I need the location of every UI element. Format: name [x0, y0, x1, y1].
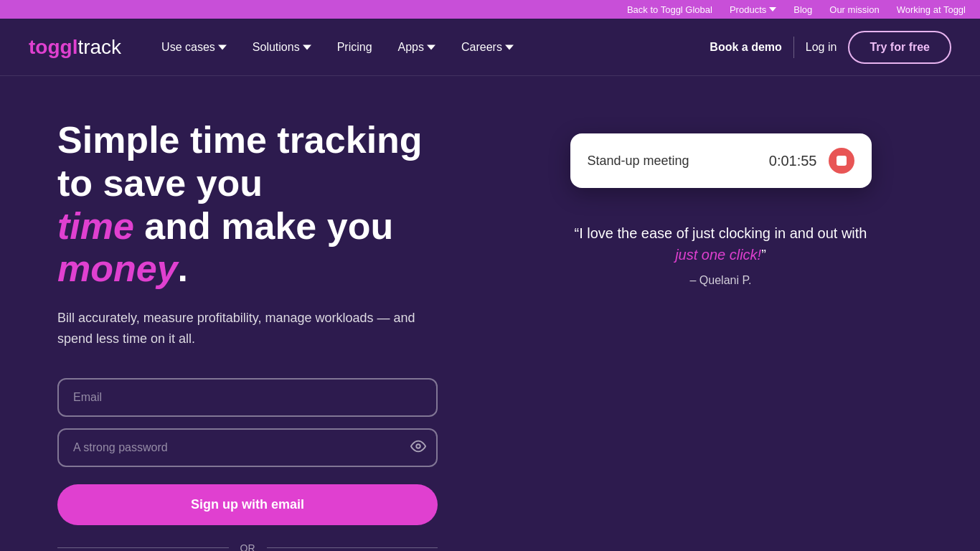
- hero-title-time: time: [57, 205, 134, 247]
- products-link[interactable]: Products: [730, 4, 766, 15]
- svg-point-0: [416, 444, 420, 448]
- mission-link[interactable]: Our mission: [829, 4, 879, 15]
- show-password-icon[interactable]: [410, 438, 426, 457]
- top-bar: Back to Toggl Global Products Blog Our m…: [0, 0, 980, 19]
- timer-card: Stand-up meeting 0:01:55: [570, 133, 872, 188]
- hero-left: Simple time tracking to save you time an…: [57, 119, 461, 551]
- hero-title: Simple time tracking to save you time an…: [57, 119, 461, 291]
- testimonial-text: “I love the ease of just clocking in and…: [570, 222, 872, 265]
- testimonial: “I love the ease of just clocking in and…: [570, 222, 872, 287]
- sign-up-email-button[interactable]: Sign up with email: [57, 484, 438, 525]
- chevron-down-icon: [218, 43, 227, 52]
- main-nav: toggl track Use cases Solutions Pricing …: [0, 19, 980, 76]
- chevron-down-icon: [427, 43, 435, 52]
- hero-right: Stand-up meeting 0:01:55 “I love the eas…: [519, 119, 923, 287]
- chevron-down-icon: [769, 6, 776, 13]
- or-divider: OR: [57, 542, 438, 551]
- email-field[interactable]: [57, 378, 438, 417]
- nav-items: Use cases Solutions Pricing Apps Careers: [150, 35, 710, 60]
- nav-solutions[interactable]: Solutions: [241, 35, 323, 60]
- hero-subtitle: Bill accurately, measure profitability, …: [57, 308, 430, 349]
- logo-track: track: [77, 36, 121, 59]
- hero-section: Simple time tracking to save you time an…: [0, 76, 980, 551]
- back-to-toggl-link[interactable]: Back to Toggl Global: [627, 4, 712, 15]
- book-demo-button[interactable]: Book a demo: [710, 41, 781, 54]
- testimonial-author: – Quelani P.: [570, 274, 872, 287]
- nav-apps[interactable]: Apps: [387, 35, 447, 60]
- nav-use-cases[interactable]: Use cases: [150, 35, 238, 60]
- blog-link[interactable]: Blog: [793, 4, 812, 15]
- logo[interactable]: toggl track: [29, 36, 121, 59]
- hero-title-money: money: [57, 248, 178, 289]
- timer-time: 0:01:55: [769, 153, 817, 169]
- products-dropdown[interactable]: Products: [730, 4, 776, 15]
- stop-icon: [837, 156, 847, 166]
- timer-label: Stand-up meeting: [588, 154, 689, 169]
- password-wrapper: [57, 428, 438, 467]
- or-line-right: [267, 547, 438, 548]
- nav-divider: [793, 37, 794, 58]
- try-free-button[interactable]: Try for free: [848, 31, 951, 64]
- chevron-down-icon: [505, 43, 514, 52]
- nav-careers[interactable]: Careers: [450, 35, 525, 60]
- stop-timer-button[interactable]: [829, 148, 854, 174]
- password-field[interactable]: [57, 428, 438, 467]
- nav-pricing[interactable]: Pricing: [326, 35, 384, 60]
- or-line-left: [57, 547, 229, 548]
- logo-toggl: toggl: [29, 36, 77, 59]
- testimonial-highlight: just one click!: [675, 247, 761, 263]
- login-button[interactable]: Log in: [806, 41, 837, 54]
- timer-right: 0:01:55: [769, 148, 854, 174]
- working-link[interactable]: Working at Toggl: [897, 4, 966, 15]
- nav-right: Book a demo Log in Try for free: [710, 31, 951, 64]
- chevron-down-icon: [303, 43, 311, 52]
